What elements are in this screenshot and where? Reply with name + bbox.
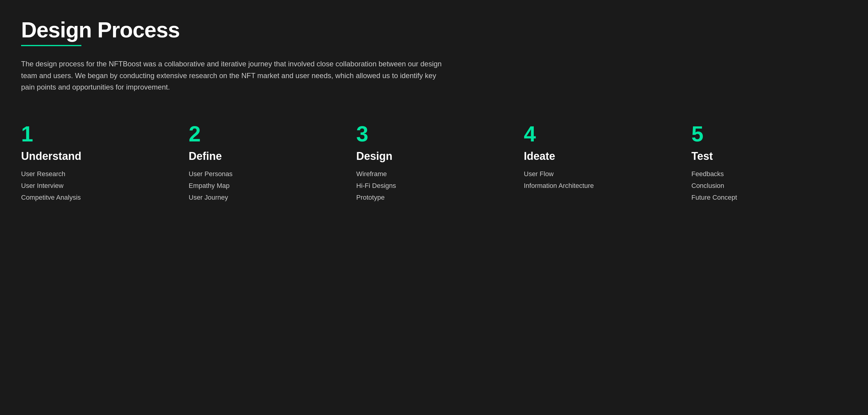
process-step-3: 3DesignWireframeHi-Fi DesignsPrototype: [356, 123, 512, 202]
step-items-4: User FlowInformation Architecture: [524, 169, 679, 190]
step-title-2: Define: [189, 150, 344, 162]
step-title-4: Ideate: [524, 150, 679, 162]
step-title-3: Design: [356, 150, 512, 162]
step-2-item-1: User Personas: [189, 169, 344, 179]
process-step-4: 4IdeateUser FlowInformation Architecture: [524, 123, 679, 202]
step-4-item-1: User Flow: [524, 169, 679, 179]
step-items-1: User ResearchUser InterviewCompetitve An…: [21, 169, 177, 202]
step-items-2: User PersonasEmpathy MapUser Journey: [189, 169, 344, 202]
step-1-item-1: User Research: [21, 169, 177, 179]
step-number-5: 5: [691, 123, 847, 145]
page-title: Design Process: [21, 18, 847, 42]
process-step-2: 2DefineUser PersonasEmpathy MapUser Jour…: [189, 123, 344, 202]
step-3-item-3: Prototype: [356, 192, 512, 202]
step-number-3: 3: [356, 123, 512, 145]
step-2-item-2: Empathy Map: [189, 181, 344, 190]
step-1-item-3: Competitve Analysis: [21, 192, 177, 202]
step-5-item-2: Conclusion: [691, 181, 847, 190]
title-underline: [21, 45, 82, 46]
step-number-2: 2: [189, 123, 344, 145]
process-step-1: 1UnderstandUser ResearchUser InterviewCo…: [21, 123, 177, 202]
step-number-1: 1: [21, 123, 177, 145]
step-title-1: Understand: [21, 150, 177, 162]
step-2-item-3: User Journey: [189, 192, 344, 202]
step-4-item-2: Information Architecture: [524, 181, 679, 190]
step-5-item-1: Feedbacks: [691, 169, 847, 179]
step-items-3: WireframeHi-Fi DesignsPrototype: [356, 169, 512, 202]
step-number-4: 4: [524, 123, 679, 145]
step-3-item-2: Hi-Fi Designs: [356, 181, 512, 190]
step-title-5: Test: [691, 150, 847, 162]
process-step-5: 5TestFeedbacksConclusionFuture Concept: [691, 123, 847, 202]
process-grid: 1UnderstandUser ResearchUser InterviewCo…: [21, 123, 847, 202]
page-description: The design process for the NFTBoost was …: [21, 58, 443, 93]
step-items-5: FeedbacksConclusionFuture Concept: [691, 169, 847, 202]
step-5-item-3: Future Concept: [691, 192, 847, 202]
step-3-item-1: Wireframe: [356, 169, 512, 179]
step-1-item-2: User Interview: [21, 181, 177, 190]
